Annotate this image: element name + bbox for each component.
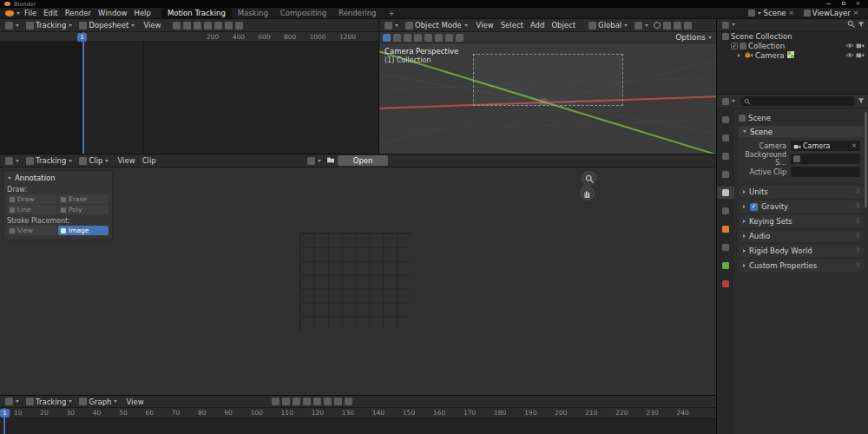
interaction-mode-dropdown[interactable]: Object Mode <box>404 21 470 30</box>
workspace-tab[interactable]: Masking <box>232 8 274 19</box>
graph-context-dropdown[interactable]: Graph <box>77 398 120 406</box>
dopesheet-context-dropdown[interactable]: Dopesheet <box>77 21 137 30</box>
maximize-icon[interactable] <box>838 0 849 8</box>
viewport-canvas[interactable]: Camera Perspective (1) Collection <box>379 43 716 154</box>
disable-render-camera-icon[interactable] <box>856 42 865 50</box>
editor-type-dropdown[interactable] <box>720 22 738 29</box>
outliner-item-scene-collection[interactable]: Scene Collection <box>717 31 868 41</box>
clip-view-dropdown[interactable]: Clip <box>77 156 111 165</box>
rotate-tool-icon[interactable] <box>414 34 422 42</box>
tab-world[interactable] <box>717 205 734 217</box>
panel-units[interactable]: Units⠿ <box>739 186 864 198</box>
frame-all-icon[interactable] <box>282 398 290 405</box>
graph-curve-region[interactable] <box>0 418 716 434</box>
tab-tool[interactable] <box>717 114 734 126</box>
poly-tool-button[interactable]: Poly <box>58 205 108 214</box>
cursor-tool-icon[interactable] <box>393 34 401 42</box>
workspace-tab[interactable]: Rendering <box>332 8 382 19</box>
background-set-field[interactable] <box>791 154 860 164</box>
dopesheet-view-menu[interactable]: View <box>140 21 164 30</box>
camera-field[interactable]: Camera × <box>791 141 860 151</box>
minimize-icon[interactable] <box>823 0 834 8</box>
snap-icon[interactable] <box>204 22 212 30</box>
panel-audio[interactable]: Audio⠿ <box>739 230 864 242</box>
viewport-menu-item[interactable]: View <box>473 21 497 30</box>
filter-icon[interactable] <box>858 21 865 30</box>
menu-item[interactable]: Window <box>95 9 131 17</box>
select-box-tool-icon[interactable] <box>383 34 391 42</box>
proportional-edit-icon[interactable] <box>324 398 332 405</box>
menu-item[interactable]: Help <box>130 9 154 17</box>
clip-menu-item[interactable]: Clip <box>139 156 160 165</box>
menu-item[interactable]: Render <box>62 9 95 17</box>
dopesheet-ruler[interactable]: 20040060080010001200 <box>0 32 378 42</box>
orientation-dropdown[interactable]: Global <box>587 21 630 30</box>
editor-type-dropdown[interactable] <box>3 22 22 30</box>
pan-button[interactable] <box>580 186 595 201</box>
gravity-checkbox[interactable]: ✓ <box>750 203 758 211</box>
transform-tool-icon[interactable] <box>435 34 443 42</box>
drag-dots-icon[interactable]: ⠿ <box>856 262 859 269</box>
workspace-tab[interactable]: Compositing <box>274 8 332 19</box>
properties-search-input[interactable] <box>740 96 855 106</box>
collection-checkbox[interactable]: ✓ <box>731 43 738 49</box>
show-hidden-icon[interactable] <box>183 22 191 30</box>
snap-dropdown[interactable] <box>633 22 651 30</box>
annotate-tool-icon[interactable] <box>445 34 453 42</box>
tab-view-layer[interactable] <box>717 168 734 181</box>
graph-view-menu[interactable]: View <box>122 398 147 406</box>
line-tool-button[interactable]: Line <box>7 205 57 214</box>
proportional-edit-icon[interactable] <box>654 22 661 29</box>
dopesheet-keyframe-region[interactable] <box>82 42 378 154</box>
dopesheet-mode-dropdown[interactable]: Tracking <box>24 21 75 30</box>
normalize-icon[interactable] <box>272 398 279 405</box>
tab-physics[interactable] <box>717 241 734 253</box>
editor-type-dropdown[interactable] <box>383 22 401 30</box>
outliner-item-camera[interactable]: Camera <box>717 50 868 60</box>
tab-texture[interactable] <box>717 278 734 290</box>
editor-type-dropdown[interactable] <box>720 98 738 105</box>
active-clip-field[interactable] <box>791 167 860 177</box>
scene-section-header[interactable]: Scene <box>739 126 864 137</box>
options-dropdown[interactable]: Options <box>675 33 713 42</box>
workspace-tab[interactable]: Motion Tracking <box>161 8 232 19</box>
workspace-tab[interactable]: + <box>383 8 401 19</box>
tab-object-data[interactable] <box>717 260 734 272</box>
expand-arrow-icon[interactable] <box>738 54 740 57</box>
drag-dots-icon[interactable]: ⠿ <box>856 247 859 254</box>
zoom-button[interactable] <box>582 171 596 186</box>
menu-item[interactable]: Edit <box>40 9 61 17</box>
dopesheet-channel-region[interactable] <box>0 42 82 154</box>
clip-mode-dropdown[interactable]: Tracking <box>24 156 75 165</box>
tab-render[interactable] <box>717 132 734 144</box>
playhead[interactable] <box>82 32 84 154</box>
current-frame-label[interactable]: 1 <box>77 33 87 42</box>
snap-icon[interactable] <box>313 398 321 405</box>
hide-eye-icon[interactable] <box>845 42 854 50</box>
viewport-menu-item[interactable]: Select <box>497 21 527 30</box>
editor-type-dropdown[interactable] <box>3 398 22 405</box>
move-tool-icon[interactable] <box>404 34 411 42</box>
draw-tool-button[interactable]: Draw <box>7 194 57 204</box>
placement-image-button[interactable]: Image <box>58 226 108 235</box>
tab-output[interactable] <box>717 150 734 162</box>
remove-viewlayer-icon[interactable]: × <box>852 10 859 16</box>
graph-mode-dropdown[interactable]: Tracking <box>24 398 75 406</box>
scene-selector[interactable]: Scene × <box>748 9 795 17</box>
drag-dots-icon[interactable]: ⠿ <box>856 188 859 195</box>
paste-keyframes-icon[interactable] <box>235 22 243 30</box>
disable-render-camera-icon[interactable] <box>856 51 865 60</box>
only-selected-icon[interactable] <box>173 22 181 30</box>
clear-icon[interactable]: × <box>851 142 858 149</box>
placement-view-button[interactable]: View <box>7 226 57 235</box>
xray-icon[interactable] <box>674 22 681 30</box>
outliner-item-collection[interactable]: ✓ Collection <box>717 41 868 50</box>
erase-tool-button[interactable]: Erase <box>58 194 108 204</box>
ghost-curves-icon[interactable] <box>293 398 300 405</box>
graph-ruler[interactable]: 1020304050607080901001101201301401501601… <box>0 408 716 418</box>
copy-keyframes-icon[interactable] <box>225 22 233 30</box>
camera-frame[interactable] <box>473 54 623 106</box>
measure-tool-icon[interactable] <box>456 34 464 42</box>
drag-dots-icon[interactable]: ⠿ <box>856 203 859 210</box>
annotation-panel-header[interactable]: Annotation <box>7 173 108 183</box>
